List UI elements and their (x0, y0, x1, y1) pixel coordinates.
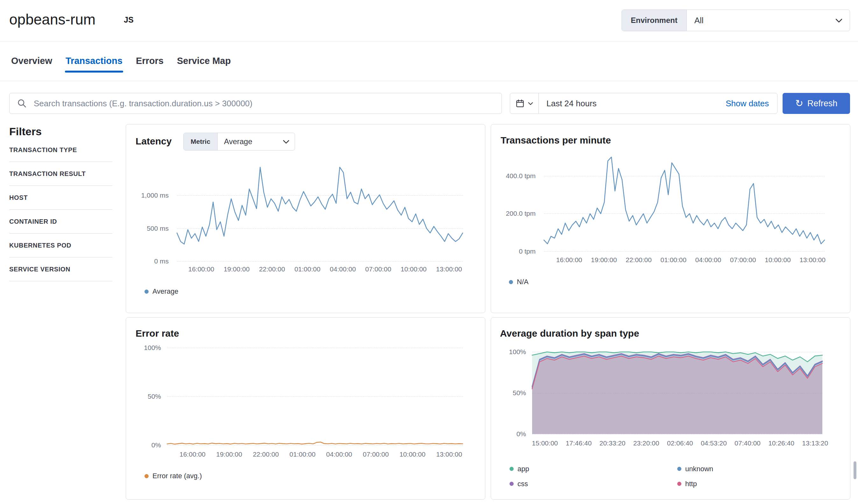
filter-transaction-result[interactable]: TRANSACTION RESULT (9, 162, 112, 186)
x-tick-label: 07:00:00 (730, 256, 756, 264)
x-tick-label: 04:00:00 (326, 451, 352, 458)
x-tick-label: 13:00:00 (436, 451, 462, 458)
chart-legend: appcssunknownhttp (509, 461, 845, 491)
legend-label: unknown (685, 465, 713, 473)
tpm-chart[interactable] (544, 155, 825, 251)
y-axis: 0 tpm200.0 tpm400.0 tpm (491, 155, 539, 251)
x-tick-label: 10:00:00 (401, 265, 427, 273)
x-tick-label: 15:00:00 (532, 439, 558, 447)
filter-container-id[interactable]: CONTAINER ID (9, 210, 112, 233)
y-axis: 0%50%100% (126, 348, 165, 445)
x-tick-label: 07:00:00 (365, 265, 392, 273)
legend-label: Average (153, 287, 178, 296)
legend-item-http[interactable]: http (677, 480, 845, 488)
x-axis: 15:00:0017:46:4020:33:2023:20:0002:06:40… (532, 439, 822, 448)
tab-transactions[interactable]: Transactions (65, 41, 123, 81)
page-title: opbeans-rum (9, 11, 95, 28)
x-tick-label: 19:00:00 (591, 256, 617, 264)
chevron-down-icon (527, 100, 534, 107)
y-tick-label: 500 ms (147, 225, 169, 232)
time-range-value[interactable]: Last 24 hours (539, 99, 726, 109)
legend-item-app[interactable]: app (509, 465, 677, 473)
chart-legend: Average (144, 287, 178, 296)
environment-filter: Environment All (622, 10, 850, 31)
filter-label: TRANSACTION RESULT (9, 170, 85, 178)
tab-service-map[interactable]: Service Map (176, 41, 232, 81)
refresh-button[interactable]: ↻ Refresh (782, 93, 850, 114)
filter-label: CONTAINER ID (9, 218, 57, 225)
x-tick-label: 16:00:00 (179, 451, 206, 458)
x-tick-label: 04:00:00 (330, 265, 356, 273)
x-tick-label: 22:00:00 (259, 265, 285, 273)
filter-kubernetes-pod[interactable]: KUBERNETES POD (9, 233, 112, 257)
x-tick-label: 10:00:00 (399, 451, 426, 458)
span-type-panel: Average duration by span type 0%50%100% … (491, 317, 851, 500)
legend-dot (677, 467, 681, 471)
x-tick-label: 16:00:00 (556, 256, 583, 264)
legend-dot (144, 290, 149, 294)
y-tick-label: 200.0 tpm (506, 210, 536, 217)
x-tick-label: 20:33:20 (600, 439, 626, 447)
legend-dot (509, 280, 513, 284)
calendar-icon (515, 99, 525, 108)
legend-label: css (518, 480, 528, 488)
x-tick-label: 04:00:00 (695, 256, 721, 264)
y-tick-label: 0 ms (154, 257, 169, 265)
x-tick-label: 17:46:40 (566, 439, 592, 447)
legend-label: N/A (517, 278, 529, 286)
legend-item-css[interactable]: css (509, 480, 677, 488)
x-tick-label: 22:00:00 (253, 451, 279, 458)
x-tick-label: 04:53:20 (701, 439, 727, 447)
x-tick-label: 13:00:00 (799, 256, 826, 264)
tab-label: Service Map (177, 56, 231, 66)
y-axis: 0 ms500 ms1,000 ms (126, 163, 173, 261)
filter-service-version[interactable]: SERVICE VERSION (9, 257, 112, 281)
filter-label: TRANSACTION TYPE (9, 146, 77, 154)
search-input[interactable] (9, 93, 502, 114)
x-tick-label: 22:00:00 (626, 256, 652, 264)
span-type-chart[interactable] (532, 352, 822, 434)
environment-select[interactable]: All (687, 10, 850, 31)
latency-chart[interactable] (177, 163, 463, 261)
gridline (544, 251, 825, 252)
environment-label: Environment (622, 10, 687, 31)
y-tick-label: 1,000 ms (141, 192, 169, 199)
tab-label: Errors (136, 56, 163, 66)
refresh-icon: ↻ (795, 99, 803, 108)
panel-title: Error rate (136, 328, 179, 339)
x-tick-label: 23:20:00 (633, 439, 660, 447)
y-axis: 0%50%100% (491, 352, 530, 434)
x-axis: 16:00:0019:00:0022:00:0001:00:0004:00:00… (177, 265, 463, 274)
tabs-divider (0, 81, 858, 81)
x-tick-label: 10:00:00 (765, 256, 791, 264)
filter-host[interactable]: HOST (9, 186, 112, 210)
latency-panel: Latency Metric Average 0 ms500 ms1,000 m… (126, 124, 485, 313)
calendar-button[interactable] (510, 93, 539, 114)
chart-legend: N/A (509, 278, 529, 286)
error-rate-chart[interactable] (167, 348, 463, 445)
environment-select-value: All (695, 16, 704, 26)
tab-overview[interactable]: Overview (11, 41, 53, 81)
x-tick-label: 07:40:00 (734, 439, 761, 447)
x-tick-label: 19:00:00 (224, 265, 250, 273)
metric-select[interactable]: Average (218, 133, 295, 150)
legend-dot (509, 467, 514, 471)
x-tick-label: 01:00:00 (661, 256, 686, 264)
x-tick-label: 01:00:00 (295, 265, 320, 273)
legend-label: app (518, 465, 529, 473)
show-dates-link[interactable]: Show dates (726, 99, 777, 109)
x-tick-label: 13:13:20 (802, 439, 828, 447)
x-tick-label: 10:26:40 (768, 439, 794, 447)
scrollbar-thumb[interactable] (854, 461, 856, 479)
filter-transaction-type[interactable]: TRANSACTION TYPE (9, 138, 112, 162)
search-icon (17, 98, 27, 109)
legend-item-n-a[interactable]: N/A (509, 278, 529, 286)
tab-errors[interactable]: Errors (135, 41, 164, 81)
tpm-panel: Transactions per minute 0 tpm200.0 tpm40… (491, 124, 851, 313)
tab-label: Transactions (66, 56, 123, 66)
legend-item-unknown[interactable]: unknown (677, 465, 845, 473)
legend-item-average[interactable]: Average (144, 287, 178, 296)
y-tick-label: 50% (513, 389, 526, 397)
legend-item-error-rate-avg-[interactable]: Error rate (avg.) (144, 472, 202, 480)
panel-title: Transactions per minute (500, 135, 611, 146)
